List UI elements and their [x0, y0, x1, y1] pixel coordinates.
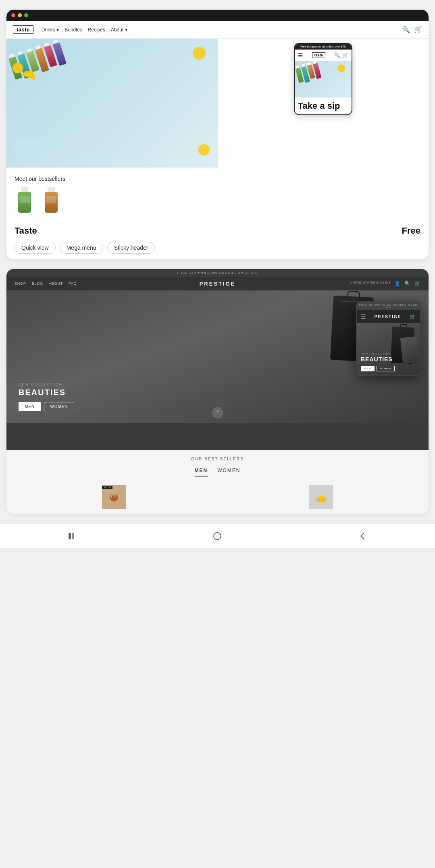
cart-icon[interactable]: 🛒 — [414, 26, 422, 33]
browser-dot-green — [24, 13, 28, 17]
hamburger-icon: ☰ — [298, 52, 303, 58]
prestige-product-img-2: 👝 — [309, 485, 333, 509]
product-image-2 — [41, 187, 61, 215]
scroll-chevron: ˅ — [212, 407, 223, 418]
prestige-mobile-overlay: FREE SHIPPING ON ORDERS OVER $70 ☰ PREST… — [356, 301, 420, 376]
prestige-mobile-title: BEAUTIES — [361, 356, 416, 363]
nav-shop: SHOP — [15, 282, 26, 286]
lemon-1 — [193, 47, 206, 60]
prestige-bottom-section: OUR BEST SELLERS MEN WOMEN 👜 SOLD 👝 — [6, 450, 429, 514]
prestige-product-img-1: 👜 SOLD — [102, 485, 126, 509]
prestige-nav-links: SHOP BLOG ABOUT FAQ — [15, 282, 77, 286]
desktop-preview — [6, 39, 218, 168]
nav-drinks: Drinks ▾ — [42, 27, 59, 33]
prestige-subcollection: NEW COLLECTION — [19, 382, 74, 386]
theme-name: Taste — [15, 226, 37, 236]
theme-preview-grid: Free shipping on all orders over $70 ☰ t… — [6, 39, 429, 168]
mobile-device: Free shipping on all orders over $70 ☰ t… — [294, 43, 352, 115]
svg-point-3 — [214, 532, 221, 540]
nav-about: ABOUT — [49, 282, 63, 286]
taste-header-icons: 🔍 🛒 — [402, 26, 422, 33]
tag-mega-menu[interactable]: Mega menu — [60, 242, 103, 254]
prestige-btn-row: MEN WOMEN — [19, 402, 74, 411]
bottom-navigation — [0, 524, 435, 548]
account-icon: 👤 — [394, 281, 400, 286]
product-image-1 — [15, 187, 35, 215]
mobile-hero — [295, 61, 352, 97]
lemon-2 — [12, 63, 23, 73]
circle-icon — [213, 532, 222, 541]
prestige-mobile-logo: PRESTIGE — [375, 315, 402, 319]
taste-navigation: Drinks ▾ Bundles Recipes About ▾ — [42, 27, 127, 33]
search-icon[interactable]: 🔍 — [402, 26, 410, 33]
prestige-mobile-btn-men[interactable]: MEN — [361, 366, 375, 371]
card-footer: Taste Free Quick view Mega menu Sticky h… — [6, 220, 429, 259]
prestige-announce-bar: FREE SHIPPING ON ORDERS OVER $70 — [6, 269, 429, 277]
nav-home-button[interactable] — [209, 528, 225, 544]
prestige-mobile-cart-icon: 🛒 — [410, 314, 416, 319]
prestige-tabs: MEN WOMEN — [6, 468, 429, 480]
tag-quick-view[interactable]: Quick view — [15, 242, 56, 254]
theme-price: Free — [402, 226, 420, 236]
country-selector: UNITED STATES (USD $) ▾ — [350, 281, 390, 286]
svg-rect-2 — [73, 533, 74, 539]
prestige-nav-right: UNITED STATES (USD $) ▾ 👤 🔍 🛒 — [350, 281, 420, 286]
mobile-announce-bar: Free shipping on all orders over $70 — [295, 44, 352, 50]
prestige-mobile-hero: NEW COLLECTION BEAUTIES MEN WOMEN — [357, 323, 420, 375]
product-thumb-2 — [41, 187, 61, 215]
nav-faq: FAQ — [69, 282, 77, 286]
bars-icon — [68, 532, 77, 540]
prestige-theme-card: FREE SHIPPING ON ORDERS OVER $70 SHOP BL… — [6, 269, 429, 514]
prestige-products-preview: 👜 SOLD 👝 — [6, 480, 429, 514]
nav-blog: BLOG — [32, 282, 43, 286]
prestige-mobile-header: ☰ PRESTIGE 🛒 — [357, 310, 420, 323]
taste-desktop-header: taste Drinks ▾ Bundles Recipes About ▾ 🔍… — [6, 21, 429, 39]
taste-logo: taste — [13, 25, 33, 34]
prestige-mobile-hero-content: NEW COLLECTION BEAUTIES MEN WOMEN — [361, 352, 416, 371]
nav-about: About ▾ — [111, 27, 127, 33]
prestige-tab-women[interactable]: WOMEN — [217, 468, 240, 476]
mobile-hero-text: Take a sip — [298, 101, 348, 111]
mobile-logo: taste — [312, 52, 325, 58]
card-tags: Quick view Mega menu Sticky header — [15, 242, 420, 254]
prestige-bestsellers-header: OUR BEST SELLERS — [6, 450, 429, 468]
sold-badge: SOLD — [102, 486, 112, 489]
juice-hero-bg — [6, 39, 218, 168]
prestige-tab-men[interactable]: MEN — [195, 468, 208, 476]
prestige-mobile-btn-women[interactable]: WOMEN — [377, 366, 395, 371]
prestige-btn-men[interactable]: MEN — [19, 402, 41, 411]
bestsellers-section: Meet our bestsellers — [6, 168, 429, 220]
mobile-search-icon: 🔍 — [334, 52, 340, 58]
prestige-mobile-announce: FREE SHIPPING ON ORDERS OVER $70 — [357, 302, 420, 310]
cart-icon-prestige: 🛒 — [414, 281, 420, 286]
svg-rect-0 — [69, 533, 71, 539]
nav-back-button[interactable] — [354, 528, 370, 544]
mobile-preview-wrapper: Free shipping on all orders over $70 ☰ t… — [218, 39, 429, 168]
product-thumb-1 — [15, 187, 35, 215]
bestsellers-grid — [15, 187, 420, 215]
prestige-logo: PRESTIGE — [200, 281, 236, 287]
tag-sticky-header[interactable]: Sticky header — [107, 242, 155, 254]
prestige-product-2: 👝 — [220, 485, 423, 509]
mobile-cart-icon: 🛒 — [342, 52, 348, 58]
mobile-header: ☰ taste 🔍 🛒 — [295, 50, 352, 61]
nav-bars-button[interactable] — [65, 528, 81, 544]
nav-bundles: Bundles — [65, 27, 82, 33]
prestige-btn-women[interactable]: WOMEN — [44, 402, 74, 411]
prestige-hero-content: NEW COLLECTION BEAUTIES MEN WOMEN — [19, 382, 74, 411]
bestsellers-title: Meet our bestsellers — [15, 176, 420, 182]
search-icon-prestige: 🔍 — [404, 281, 410, 286]
back-icon — [358, 532, 366, 541]
prestige-nav-bar: SHOP BLOG ABOUT FAQ PRESTIGE UNITED STAT… — [6, 277, 429, 290]
prestige-product-1: 👜 SOLD — [13, 485, 215, 509]
browser-bar — [6, 10, 429, 21]
mobile-hero-text-container: Take a sip — [295, 97, 352, 114]
prestige-mobile-btns: MEN WOMEN — [361, 366, 416, 371]
taste-theme-card: taste Drinks ▾ Bundles Recipes About ▾ 🔍… — [6, 10, 429, 259]
mobile-header-icons: 🔍 🛒 — [334, 52, 348, 58]
theme-row: Taste Free — [15, 226, 420, 236]
prestige-preview: FREE SHIPPING ON ORDERS OVER $70 SHOP BL… — [6, 269, 429, 450]
browser-dot-yellow — [18, 13, 22, 17]
prestige-collection-title: BEAUTIES — [19, 388, 74, 397]
nav-recipes: Recipes — [88, 27, 105, 33]
